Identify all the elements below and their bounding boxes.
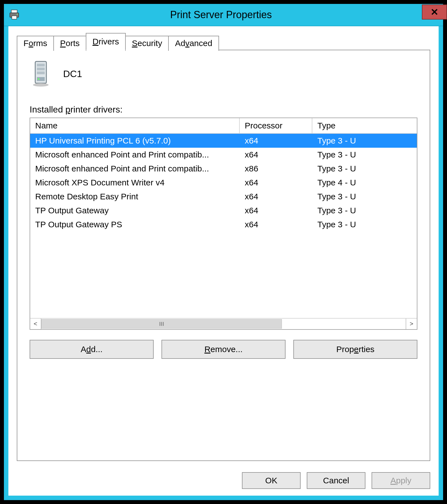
svg-rect-2 — [12, 16, 17, 19]
driver-actions: Add... Remove... Properties — [30, 340, 417, 359]
cancel-button[interactable]: Cancel — [307, 472, 365, 489]
apply-button[interactable]: Apply — [372, 472, 430, 489]
column-header-type[interactable]: Type — [312, 118, 417, 133]
printer-icon — [8, 9, 20, 21]
cell-name: Remote Desktop Easy Print — [30, 191, 240, 202]
cell-type: Type 3 - U — [312, 205, 417, 216]
svg-rect-6 — [37, 68, 45, 70]
cell-type: Type 3 - U — [312, 135, 417, 147]
svg-point-9 — [38, 78, 39, 80]
grip-icon — [163, 322, 164, 326]
button-label: Remove... — [205, 345, 243, 354]
titlebar[interactable]: Print Server Properties ✕ — [4, 4, 443, 26]
print-server-properties-window: Print Server Properties ✕ Forms Ports Dr… — [4, 4, 443, 500]
drivers-list[interactable]: Name Processor Type HP Universal Printin… — [30, 118, 417, 330]
installed-drivers-label: Installed printer drivers: — [30, 104, 417, 115]
column-header-name[interactable]: Name — [30, 118, 240, 133]
cell-type: Type 3 - U — [312, 149, 417, 161]
table-row[interactable]: Microsoft XPS Document Writer v4x64Type … — [30, 176, 417, 190]
tab-advanced[interactable]: Advanced — [168, 36, 219, 51]
chevron-right-icon: > — [410, 320, 413, 328]
server-icon — [30, 60, 52, 88]
server-row: DC1 — [30, 60, 417, 88]
window-title: Print Server Properties — [20, 9, 422, 21]
table-row[interactable]: Microsoft enhanced Point and Print compa… — [30, 148, 417, 162]
tab-forms[interactable]: Forms — [17, 36, 54, 51]
cell-type: Type 3 - U — [312, 163, 417, 175]
grip-icon — [160, 322, 160, 326]
tab-drivers[interactable]: Drivers — [86, 33, 126, 50]
tab-security[interactable]: Security — [125, 36, 169, 51]
table-row[interactable]: TP Output Gateway PSx64Type 3 - U — [30, 218, 417, 231]
button-label: Apply — [390, 476, 411, 485]
svg-point-10 — [33, 83, 49, 87]
close-icon: ✕ — [431, 6, 438, 18]
column-header-processor[interactable]: Processor — [240, 118, 312, 133]
cell-name: TP Output Gateway PS — [30, 219, 240, 230]
cell-name: TP Output Gateway — [30, 205, 240, 216]
list-header: Name Processor Type — [30, 118, 417, 134]
drivers-panel: DC1 Installed printer drivers: Name Proc… — [17, 50, 430, 461]
ok-button[interactable]: OK — [242, 472, 301, 489]
grip-icon — [161, 322, 162, 326]
tab-label: Advanced — [175, 39, 212, 48]
cell-processor: x64 — [240, 219, 312, 230]
cell-processor: x64 — [240, 191, 312, 202]
horizontal-scrollbar[interactable]: < > — [30, 318, 417, 329]
add-button[interactable]: Add... — [30, 340, 154, 359]
table-row[interactable]: HP Universal Printing PCL 6 (v5.7.0)x64T… — [30, 134, 417, 148]
properties-button[interactable]: Properties — [293, 340, 417, 359]
server-name: DC1 — [63, 68, 82, 79]
cell-processor: x64 — [240, 149, 312, 161]
cell-type: Type 4 - U — [312, 177, 417, 188]
scroll-left-button[interactable]: < — [30, 319, 41, 329]
scroll-track[interactable] — [41, 319, 406, 329]
remove-button[interactable]: Remove... — [161, 340, 286, 359]
cell-processor: x64 — [240, 177, 312, 188]
cell-name: HP Universal Printing PCL 6 (v5.7.0) — [30, 135, 240, 147]
svg-rect-5 — [37, 64, 45, 66]
cell-processor: x64 — [240, 205, 312, 216]
cell-name: Microsoft enhanced Point and Print compa… — [30, 149, 240, 161]
table-row[interactable]: Microsoft enhanced Point and Print compa… — [30, 162, 417, 176]
button-label: Add... — [81, 345, 103, 354]
svg-rect-7 — [37, 71, 45, 74]
table-row[interactable]: Remote Desktop Easy Printx64Type 3 - U — [30, 190, 417, 204]
list-body: HP Universal Printing PCL 6 (v5.7.0)x64T… — [30, 134, 417, 318]
scroll-thumb[interactable] — [41, 319, 282, 329]
scroll-right-button[interactable]: > — [406, 319, 417, 329]
cell-type: Type 3 - U — [312, 191, 417, 202]
chevron-left-icon: < — [34, 320, 37, 328]
tab-label: Drivers — [92, 37, 119, 46]
button-label: Properties — [336, 345, 375, 354]
tab-ports[interactable]: Ports — [53, 36, 86, 51]
tab-label: Forms — [23, 39, 47, 48]
client-area: Forms Ports Drivers Security Advanced — [8, 26, 439, 467]
tab-label: Ports — [60, 39, 80, 48]
table-row[interactable]: TP Output Gatewayx64Type 3 - U — [30, 204, 417, 218]
cell-type: Type 3 - U — [312, 219, 417, 230]
tabstrip: Forms Ports Drivers Security Advanced — [17, 33, 430, 50]
svg-point-3 — [17, 14, 18, 15]
dialog-button-row: OK Cancel Apply — [8, 467, 439, 496]
cell-processor: x86 — [240, 163, 312, 175]
cell-processor: x64 — [240, 135, 312, 147]
cell-name: Microsoft enhanced Point and Print compa… — [30, 163, 240, 175]
close-button[interactable]: ✕ — [422, 4, 447, 20]
cell-name: Microsoft XPS Document Writer v4 — [30, 177, 240, 188]
svg-rect-0 — [11, 10, 17, 13]
tab-label: Security — [132, 39, 162, 48]
